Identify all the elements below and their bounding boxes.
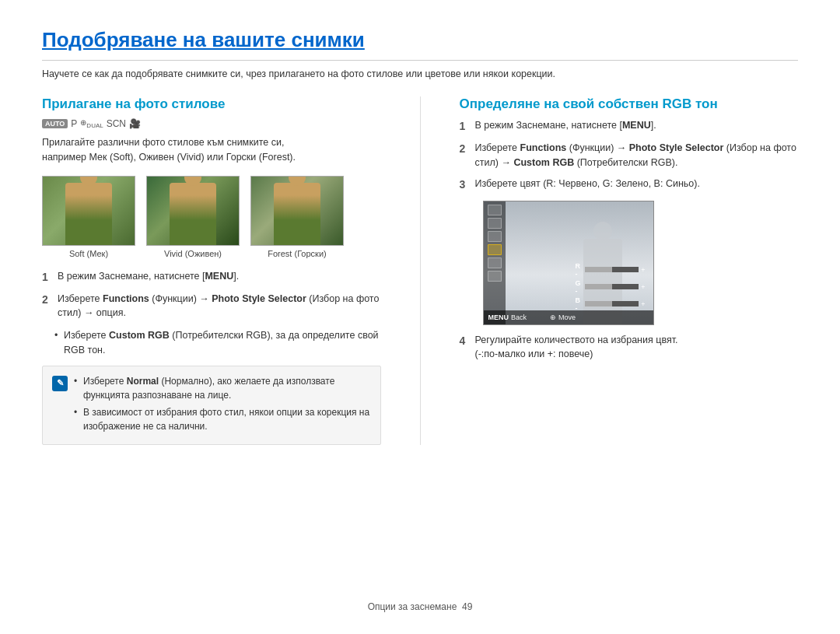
camera-sidebar [484, 201, 506, 324]
camera-menu-bar: MENU Back ⊕ Move [484, 310, 653, 324]
photo-label-soft: Soft (Мек) [42, 249, 135, 258]
mode-scn: SCN [107, 118, 126, 129]
right-step-3: 3 Изберете цвят (R: Червено, G: Зелено, … [460, 177, 799, 193]
right-step-text-2: Изберете Functions (Функции) → Photo Sty… [475, 141, 799, 170]
cam-menu-move: ⊕ Move [550, 313, 576, 321]
move-arrow: ⊕ [550, 313, 556, 321]
page-title: Подобряване на вашите снимки [42, 28, 798, 61]
rgb-fill-g [585, 284, 611, 289]
photo-forest [250, 176, 344, 246]
camera-screen: R - + G - + [483, 201, 654, 325]
person-vivid [170, 183, 216, 245]
info-content: Изберете Normal (Нормално), ако желаете … [74, 374, 371, 436]
left-description: Прилагайте различни фото стилове към сни… [42, 135, 381, 165]
columns-container: Прилагане на фото стилове AUTO P ⊕DUAL S… [42, 96, 798, 445]
page-footer: Опции за заснемане 49 [0, 601, 840, 612]
page: Подобряване на вашите снимки Научете се … [0, 0, 840, 634]
right-step-4: 4 Регулирайте количеството на избрания ц… [460, 333, 799, 363]
cam-icon-6 [488, 271, 502, 282]
rgb-plus-g: + [641, 283, 645, 291]
step-num-1: 1 [42, 269, 53, 285]
person-soft [65, 183, 112, 245]
rgb-row-r: R - + [576, 262, 646, 278]
rgb-row-g: G - + [576, 279, 646, 295]
left-step-2: 2 Изберете Functions (Функции) → Photo S… [42, 292, 381, 321]
step4-sub: (-:по-малко или +: повече) [475, 349, 593, 359]
right-step-num-2: 2 [460, 141, 471, 157]
menu-key-label: MENU [488, 313, 509, 321]
rgb-label-g: G - [576, 279, 583, 295]
back-label: Back [511, 313, 527, 321]
rgb-fill-r [585, 267, 611, 272]
rgb-bar-r [585, 267, 639, 272]
mode-video: 🎥 [129, 118, 141, 129]
photo-soft [42, 176, 135, 246]
left-bullets: Изберете Custom RGB (Потребителски RGB),… [54, 328, 381, 358]
cam-icon-1 [488, 205, 502, 215]
rgb-label-b: B - [576, 296, 583, 312]
right-step-num-1: 1 [460, 118, 471, 135]
person-forest [274, 183, 320, 245]
photo-item-vivid: Vivid (Оживен) [146, 176, 240, 258]
move-label: Move [558, 313, 576, 321]
rgb-bar-b [585, 301, 639, 306]
right-step-num-3: 3 [460, 177, 471, 193]
left-section-title: Прилагане на фото стилове [42, 96, 381, 112]
info-icon: ✎ [52, 376, 68, 391]
right-section-title: Определяне на свой собствен RGB тон [460, 96, 799, 112]
step-text-2: Изберете Functions (Функции) → Photo Sty… [58, 292, 381, 321]
rgb-label-r: R - [576, 262, 583, 278]
mode-p: P [71, 118, 77, 129]
bullet-item-1: Изберете Custom RGB (Потребителски RGB),… [54, 328, 381, 358]
cam-icon-4-active [488, 244, 502, 255]
rgb-fill-b [585, 301, 611, 306]
photo-item-forest: Forest (Горски) [250, 176, 344, 258]
right-step-text-4: Регулирайте количеството на избрания цвя… [475, 333, 799, 363]
rgb-plus-b: + [641, 300, 645, 308]
info-box: ✎ Изберете Normal (Нормално), ако желает… [42, 366, 381, 445]
info-item-1: Изберете Normal (Нормално), ако желаете … [74, 374, 371, 402]
photo-item-soft: Soft (Мек) [42, 176, 135, 258]
left-steps: 1 В режим Заснемане, натиснете [MENU]. 2… [42, 269, 381, 321]
column-divider [420, 96, 421, 445]
mode-icons: AUTO P ⊕DUAL SCN 🎥 [42, 118, 381, 129]
page-subtitle: Научете се как да подобрявате снимките с… [42, 68, 798, 79]
mode-dual: ⊕DUAL [80, 118, 103, 129]
camera-screen-inner: R - + G - + [484, 201, 653, 324]
footer-text: Опции за заснемане [368, 601, 457, 612]
left-step-1: 1 В режим Заснемане, натиснете [MENU]. [42, 269, 381, 285]
cam-icon-5 [488, 257, 502, 268]
cam-icon-2 [488, 218, 502, 229]
camera-rgb-panel: R - + G - + [576, 262, 646, 313]
step-text-1: В режим Заснемане, натиснете [MENU]. [58, 269, 381, 284]
right-steps-2: 4 Регулирайте количеството на избрания ц… [460, 333, 799, 363]
footer-page-num: 49 [462, 601, 472, 612]
mode-auto: AUTO [42, 119, 68, 128]
right-step-num-4: 4 [460, 333, 471, 349]
rgb-plus-r: + [641, 266, 645, 274]
info-item-2: В зависимост от избрания фото стил, няко… [74, 405, 371, 433]
step-num-2: 2 [42, 292, 53, 308]
right-column: Определяне на свой собствен RGB тон 1 В … [460, 96, 799, 445]
photo-label-forest: Forest (Горски) [250, 249, 344, 258]
right-step-2: 2 Изберете Functions (Функции) → Photo S… [460, 141, 799, 170]
right-step-text-1: В режим Заснемане, натиснете [MENU]. [475, 118, 799, 133]
rgb-row-b: B - + [576, 296, 646, 312]
photo-vivid [146, 176, 240, 246]
rgb-bar-g [585, 284, 639, 289]
cam-menu-back: MENU Back [488, 313, 527, 321]
right-step-text-3: Изберете цвят (R: Червено, G: Зелено, B:… [475, 177, 799, 191]
photo-label-vivid: Vivid (Оживен) [146, 249, 240, 258]
photo-samples: Soft (Мек) Vivid (Оживен) Forest (Горски… [42, 176, 381, 258]
right-step-1: 1 В режим Заснемане, натиснете [MENU]. [460, 118, 799, 135]
right-steps: 1 В режим Заснемане, натиснете [MENU]. 2… [460, 118, 799, 193]
cam-icon-3 [488, 231, 502, 242]
left-column: Прилагане на фото стилове AUTO P ⊕DUAL S… [42, 96, 381, 445]
